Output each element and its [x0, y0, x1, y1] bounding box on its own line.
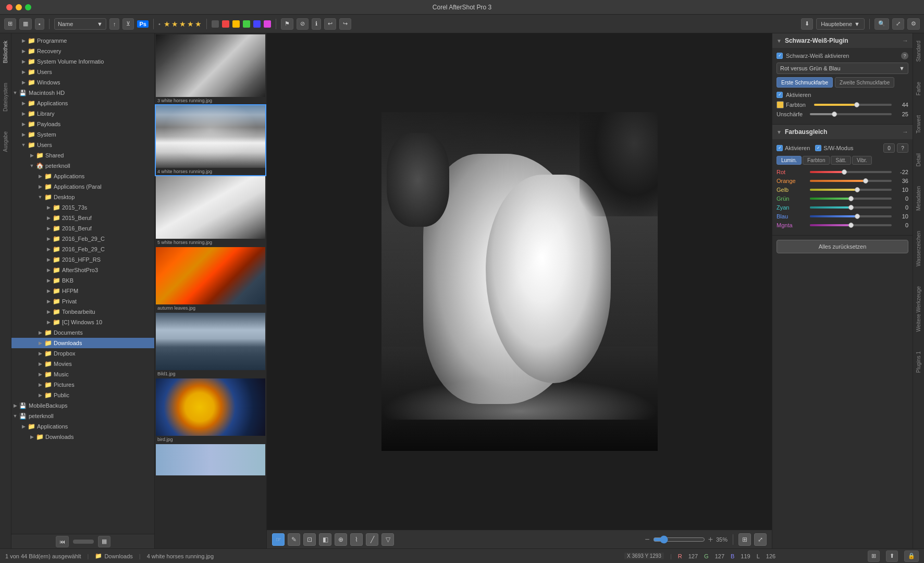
line-tool[interactable]: ╱	[366, 533, 378, 546]
search-button[interactable]: 🔍	[874, 18, 889, 30]
star-3[interactable]: ★	[179, 20, 186, 28]
grid-view-button[interactable]: ⊞	[4, 18, 16, 30]
tree-item-2016-feb-1[interactable]: ▶ 📁 2016_Feb_29_C	[11, 234, 154, 244]
tab-vibr[interactable]: Vibr.	[852, 156, 872, 165]
gelb-track[interactable]	[810, 189, 892, 191]
hand-tool[interactable]: ☞	[272, 533, 285, 546]
bw-plugin-header[interactable]: ▼ Schwarz-Weiß-Plugin →	[772, 33, 913, 48]
tree-item-c-windows[interactable]: ▶ 📁 [C] Windows 10	[11, 317, 154, 327]
tree-item-bkb[interactable]: ▶ 📁 BKB	[11, 275, 154, 286]
thumbnail-partial[interactable]	[156, 444, 265, 478]
tree-item-mobile-backups[interactable]: ▶ 💾 MobileBackups	[11, 400, 154, 411]
bw-activate-checkbox[interactable]	[777, 53, 783, 59]
clone-tool[interactable]: ⊕	[335, 533, 347, 546]
redo-button[interactable]: ↪	[339, 18, 351, 30]
bw-help-button[interactable]: ?	[901, 52, 908, 59]
zoom-in-icon[interactable]: +	[708, 535, 713, 544]
tab-satt[interactable]: Sätt.	[831, 156, 851, 165]
grun-track[interactable]	[810, 198, 892, 200]
tree-item-applications[interactable]: ▶ 📁 Applications	[11, 98, 154, 108]
tree-item-users[interactable]: ▼ 📁 Users	[11, 140, 154, 150]
tree-collapse-button[interactable]: ⏮	[56, 536, 69, 547]
tab-bibliothek[interactable]: Bibliothek	[2, 39, 9, 65]
thumbnail-4-horses[interactable]: 4 white horses running.jpg	[156, 105, 265, 175]
tree-item-dropbox[interactable]: ▶ 📁 Dropbox	[11, 348, 154, 359]
zweite-schmuck-button[interactable]: Zweite Schmuckfarbe	[835, 77, 894, 88]
undo-button[interactable]: ↩	[324, 18, 336, 30]
zyan-track[interactable]	[810, 206, 892, 209]
star-4[interactable]: ★	[187, 20, 194, 28]
flag-button[interactable]: ⚑	[281, 18, 293, 30]
color-purple[interactable]	[264, 20, 271, 28]
sw-modus-checkbox[interactable]	[815, 145, 821, 151]
fit-view-button[interactable]: ⊞	[738, 533, 751, 546]
farbausgleich-aktivieren-checkbox[interactable]	[777, 145, 783, 151]
tab-standard[interactable]: Standard	[915, 39, 922, 64]
sort-dropdown[interactable]: Name ▼	[54, 18, 106, 30]
star-1[interactable]: ★	[164, 20, 170, 28]
fullscreen-view-button[interactable]: ⤢	[754, 533, 767, 546]
orange-track[interactable]	[810, 180, 892, 182]
unscharfe-track[interactable]	[810, 113, 892, 115]
tree-item-downloads2[interactable]: ▶ 📁 Downloads	[11, 432, 154, 442]
tree-item-2015-beruf[interactable]: ▶ 📁 2015_Beruf	[11, 213, 154, 223]
mgnta-track[interactable]	[810, 224, 892, 226]
info-button[interactable]: ℹ	[312, 18, 321, 30]
photo-tool[interactable]: ◧	[319, 533, 331, 546]
tree-item-sysvol[interactable]: ▶ 📁 System Volume Informatio	[11, 56, 154, 67]
pin-icon-2[interactable]: →	[902, 128, 908, 136]
tree-item-applications-pk[interactable]: ▶ 📁 Applications	[11, 171, 154, 181]
pin-icon[interactable]: →	[902, 37, 908, 44]
color-none[interactable]	[212, 20, 219, 28]
bw-mode-dropdown[interactable]: Rot versus Grün & Blau ▼	[777, 63, 908, 74]
thumbnail-bird[interactable]: bird.jpg	[156, 378, 265, 443]
tree-item-2016-beruf[interactable]: ▶ 📁 2016_Beruf	[11, 223, 154, 234]
tree-item-payloads[interactable]: ▶ 📁 Payloads	[11, 119, 154, 129]
star-5[interactable]: ★	[195, 20, 202, 28]
color-red[interactable]	[222, 20, 229, 28]
farbausgleich-header[interactable]: ▼ Farbausgleich →	[772, 125, 913, 139]
color-blue[interactable]	[253, 20, 261, 28]
crop-tool[interactable]: ⊡	[303, 533, 316, 546]
tree-item-2016-hfp[interactable]: ▶ 📁 2016_HFP_RS	[11, 254, 154, 265]
tree-item-desktop[interactable]: ▼ 📁 Desktop	[11, 192, 154, 202]
farbausgleich-help[interactable]: ?	[897, 143, 908, 153]
tree-item-music[interactable]: ▶ 📁 Music	[11, 369, 154, 380]
rot-track[interactable]	[810, 171, 892, 173]
color-yellow[interactable]	[232, 20, 240, 28]
tree-item-system[interactable]: ▶ 📁 System	[11, 129, 154, 140]
tree-item-2016-feb-2[interactable]: ▶ 📁 2016_Feb_29_C	[11, 244, 154, 254]
import-button[interactable]: ⬇	[801, 18, 813, 30]
tree-item-hfpm[interactable]: ▶ 📁 HFPM	[11, 286, 154, 296]
tree-item-windows[interactable]: ▶ 📁 Windows	[11, 77, 154, 88]
tree-grid-button[interactable]: ▦	[98, 536, 110, 547]
thumbnail-building[interactable]: Bild1.jpg	[156, 313, 265, 377]
reject-button[interactable]: ⊘	[297, 18, 309, 30]
tree-item-documents[interactable]: ▶ 📁 Documents	[11, 327, 154, 338]
tab-lumin[interactable]: Lumin.	[777, 156, 802, 165]
tree-item-users-top[interactable]: ▶ 📁 Users	[11, 67, 154, 77]
tree-item-pictures[interactable]: ▶ 📁 Pictures	[11, 380, 154, 390]
pencil-tool[interactable]: ✎	[288, 533, 300, 546]
color-green[interactable]	[243, 20, 250, 28]
thumbnail-autumn[interactable]: autumn leaves.jpg	[156, 247, 265, 312]
reset-all-button[interactable]: Alles zurücksetzen	[777, 240, 908, 253]
fullscreen-button[interactable]: ⤢	[892, 18, 904, 30]
settings-button[interactable]: ⚙	[907, 18, 920, 30]
export-button[interactable]: ⊞	[868, 550, 880, 562]
tree-item-downloads[interactable]: ▶ 📁 Downloads	[11, 338, 154, 348]
star-2[interactable]: ★	[171, 20, 178, 28]
tab-plugins[interactable]: Plugins 1	[915, 349, 922, 375]
tree-item-peterknoll[interactable]: ▼ 🏠 peterknoll	[11, 161, 154, 171]
thumbnail-5-horses[interactable]: 5 white horses running.jpg	[156, 176, 265, 246]
tab-dateisystem[interactable]: Datei­system	[2, 81, 9, 114]
tree-item-privat[interactable]: ▶ 📁 Privat	[11, 296, 154, 307]
tree-item-shared[interactable]: ▶ 📁 Shared	[11, 150, 154, 161]
tree-item-movies[interactable]: ▶ 📁 Movies	[11, 359, 154, 369]
aktivieren-checkbox[interactable]	[777, 92, 783, 98]
thumbnail-scroll[interactable]: 3 white horses running.jpg 4 white horse…	[155, 33, 266, 548]
thumbnail-3-horses[interactable]: 3 white horses running.jpg	[156, 34, 265, 104]
zoom-slider[interactable]	[653, 535, 705, 544]
layer-dropdown[interactable]: Hauptebene ▼	[816, 18, 865, 30]
tree-scrollbar[interactable]	[73, 540, 94, 544]
